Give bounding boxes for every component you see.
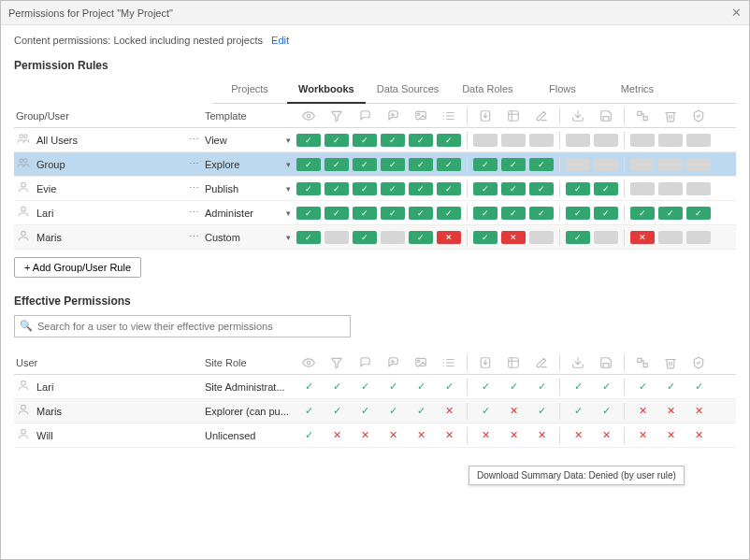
capability-cell[interactable]: ✕ <box>501 231 526 244</box>
capability-cell[interactable]: ✓ <box>325 207 349 220</box>
svg-point-25 <box>22 207 26 211</box>
capability-cell[interactable] <box>501 134 526 147</box>
capability-cell[interactable]: ✕ <box>437 231 461 244</box>
capability-cell[interactable]: ✓ <box>501 158 526 171</box>
capability-cell[interactable] <box>658 134 683 147</box>
capability-cell[interactable] <box>686 231 711 244</box>
capability-cell[interactable]: ✓ <box>686 207 711 220</box>
row-actions-menu[interactable]: ⋯ <box>182 182 205 194</box>
capability-cell[interactable] <box>686 158 711 171</box>
capability-cell[interactable]: ✓ <box>381 134 405 147</box>
capability-cell[interactable]: ✓ <box>296 207 321 220</box>
capability-cell[interactable]: ✓ <box>437 207 461 220</box>
capability-cell[interactable]: ✓ <box>381 182 405 195</box>
capability-cell[interactable]: ✓ <box>353 182 377 195</box>
capability-cell[interactable] <box>630 182 655 195</box>
capability-cell[interactable]: ✓ <box>409 158 433 171</box>
capability-cell[interactable] <box>686 182 711 195</box>
capability-cell[interactable] <box>630 134 655 147</box>
capability-cell[interactable] <box>658 182 683 195</box>
capability-cell[interactable] <box>686 134 711 147</box>
capability-cell[interactable] <box>473 134 498 147</box>
row-actions-menu[interactable]: ⋯ <box>182 134 205 146</box>
capability-cell[interactable]: ✓ <box>381 207 405 220</box>
capability-cell[interactable]: ✕ <box>630 231 655 244</box>
capability-cell[interactable] <box>658 231 683 244</box>
edit-content-permissions-link[interactable]: Edit <box>271 35 289 46</box>
capability-cell[interactable]: ✓ <box>325 182 349 195</box>
capability-cell[interactable]: ✓ <box>529 182 554 195</box>
capability-cell[interactable]: ✓ <box>658 207 683 220</box>
tab-metrics[interactable]: Metrics <box>599 79 674 103</box>
close-icon[interactable]: ✕ <box>731 6 742 20</box>
capability-cell[interactable]: ✓ <box>630 207 655 220</box>
capability-cell[interactable] <box>594 134 618 147</box>
capability-cell[interactable]: ✓ <box>296 182 321 195</box>
capability-cell[interactable]: ✓ <box>409 182 433 195</box>
capability-cell[interactable]: ✓ <box>353 207 377 220</box>
effective-search-input[interactable] <box>14 315 351 337</box>
capability-cell[interactable]: ✓ <box>353 134 377 147</box>
capability-cell[interactable]: ✓ <box>296 231 321 244</box>
row-actions-menu[interactable]: ⋯ <box>182 207 205 219</box>
capability-cell[interactable]: ✓ <box>437 134 461 147</box>
capability-cell[interactable]: ✓ <box>437 182 461 195</box>
tab-data-roles[interactable]: Data Roles <box>450 79 525 103</box>
row-actions-menu[interactable]: ⋯ <box>182 231 205 243</box>
capability-cell[interactable] <box>566 158 590 171</box>
tab-flows[interactable]: Flows <box>525 79 599 103</box>
capability-cell[interactable]: ✓ <box>296 158 321 171</box>
template-select[interactable]: Explore▾ <box>205 159 291 170</box>
capability-cell[interactable]: ✓ <box>353 231 377 244</box>
capability-cell[interactable]: ✓ <box>409 231 433 244</box>
capability-cell[interactable]: ✓ <box>501 207 526 220</box>
capability-cell[interactable]: ✓ <box>473 158 498 171</box>
capability-cell[interactable]: ✓ <box>566 231 590 244</box>
capability-cell[interactable]: ✓ <box>529 207 554 220</box>
capability-cell[interactable]: ✓ <box>566 207 590 220</box>
effective-row[interactable]: LariSite Administrat...✓✓✓✓✓✓✓✓✓✓✓✓✓✓ <box>14 375 736 399</box>
capability-cell[interactable] <box>325 231 349 244</box>
tab-data-sources[interactable]: Data Sources <box>366 79 451 103</box>
effective-row[interactable]: WillUnlicensed✓✕✕✕✕✕✕✕✕✕✕✕✕✕ <box>14 424 736 448</box>
rule-row[interactable]: All Users⋯View▾✓✓✓✓✓✓ <box>14 128 736 152</box>
template-select[interactable]: Custom▾ <box>205 232 291 243</box>
capability-cell[interactable] <box>529 231 554 244</box>
capability-cell[interactable] <box>381 231 405 244</box>
effective-row[interactable]: MarisExplorer (can pu...✓✓✓✓✓✕✓✕✓✓✓✕✕✕ <box>14 399 736 424</box>
capability-cell[interactable]: ✓ <box>473 231 498 244</box>
tab-projects[interactable]: Projects <box>212 79 287 103</box>
rule-row[interactable]: Lari⋯Administer▾✓✓✓✓✓✓✓✓✓✓✓✓✓✓ <box>14 201 736 225</box>
rule-row[interactable]: Maris⋯Custom▾✓✓✓✕✓✕✓✕ <box>14 225 736 250</box>
capability-cell[interactable]: ✓ <box>594 207 618 220</box>
add-group-user-rule-button[interactable]: + Add Group/User Rule <box>14 257 141 278</box>
capability-cell[interactable]: ✓ <box>353 158 377 171</box>
tab-workbooks[interactable]: Workbooks <box>287 79 366 104</box>
capability-cell[interactable]: ✓ <box>594 182 618 195</box>
capability-cell[interactable] <box>630 158 655 171</box>
template-select[interactable]: Administer▾ <box>205 208 291 219</box>
capability-cell[interactable]: ✓ <box>325 158 349 171</box>
rule-row[interactable]: Group⋯Explore▾✓✓✓✓✓✓✓✓✓ <box>14 152 736 177</box>
capability-cell[interactable] <box>566 134 590 147</box>
template-select[interactable]: Publish▾ <box>205 183 291 194</box>
rule-row[interactable]: Evie⋯Publish▾✓✓✓✓✓✓✓✓✓✓✓ <box>14 177 736 201</box>
capability-cell[interactable] <box>529 134 554 147</box>
capability-cell[interactable] <box>594 158 618 171</box>
capability-cell[interactable]: ✓ <box>296 134 321 147</box>
capability-cell[interactable]: ✓ <box>473 182 498 195</box>
capability-cell[interactable]: ✓ <box>501 182 526 195</box>
capability-cell[interactable] <box>594 231 618 244</box>
row-actions-menu[interactable]: ⋯ <box>182 158 205 170</box>
capability-cell[interactable]: ✓ <box>437 158 461 171</box>
svg-point-26 <box>22 231 26 236</box>
capability-cell[interactable]: ✓ <box>566 182 590 195</box>
capability-cell[interactable] <box>658 158 683 171</box>
capability-cell[interactable]: ✓ <box>325 134 349 147</box>
capability-cell[interactable]: ✓ <box>529 158 554 171</box>
capability-cell[interactable]: ✓ <box>473 207 498 220</box>
template-select[interactable]: View▾ <box>205 135 291 146</box>
capability-cell[interactable]: ✓ <box>381 158 405 171</box>
capability-cell[interactable]: ✓ <box>409 134 433 147</box>
capability-cell[interactable]: ✓ <box>409 207 433 220</box>
